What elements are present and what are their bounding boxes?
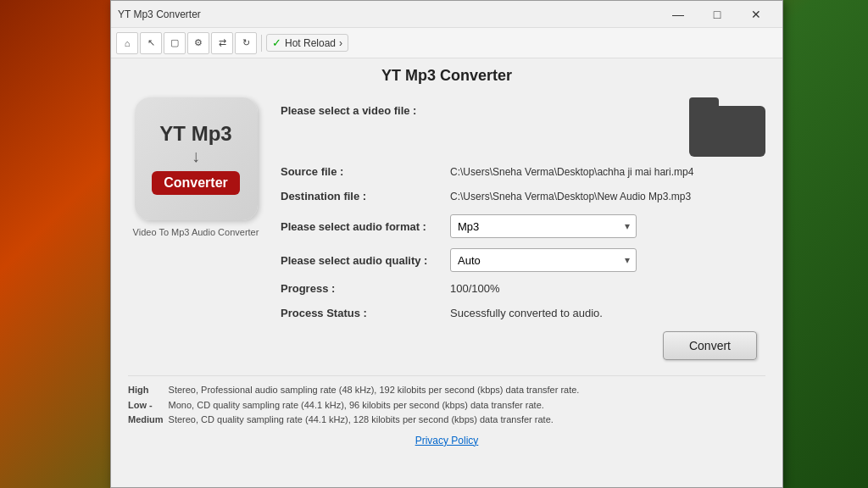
- audio-quality-select[interactable]: Auto High Medium Low: [450, 248, 637, 272]
- close-button[interactable]: ✕: [737, 1, 776, 28]
- convert-row: Convert: [281, 331, 765, 360]
- destination-value: C:\Users\Sneha Verma\Desktop\New Audio M…: [450, 191, 691, 202]
- footer-medium-row: Medium Stereo, CD quality sampling rate …: [128, 413, 584, 428]
- footer-medium-label: Medium: [128, 413, 169, 428]
- audio-format-dropdown[interactable]: Mp3 Mp4 AAC WAV OGG ▾: [450, 214, 637, 238]
- logo-arrow-icon: ↓: [192, 147, 200, 166]
- window-title: YT Mp3 Converter: [118, 8, 659, 20]
- logo-subtitle: Video To Mp3 Audio Converter: [133, 227, 259, 237]
- main-content: YT Mp3 Converter YT Mp3 ↓ Converter Vide…: [111, 58, 782, 487]
- folder-icon[interactable]: [689, 97, 765, 157]
- progress-row: Progress : 100/100%: [281, 282, 765, 295]
- destination-file-row: Destination file : C:\Users\Sneha Verma\…: [281, 190, 765, 202]
- footer-table: High Stereo, Professional audio sampling…: [128, 383, 584, 428]
- title-bar: YT Mp3 Converter — □ ✕: [111, 1, 782, 28]
- toolbar-separator: [261, 35, 262, 52]
- source-value: C:\Users\Sneha Verma\Desktop\achha ji ma…: [450, 166, 693, 178]
- progress-label: Progress :: [281, 282, 442, 295]
- folder-body: [689, 106, 765, 157]
- audio-quality-row: Please select audio quality : Auto High …: [281, 248, 765, 272]
- logo-yt-mp3-text: YT Mp3: [159, 123, 231, 145]
- progress-value: 100/100%: [450, 282, 500, 295]
- footer-low-label: Low -: [128, 398, 169, 413]
- maximize-button[interactable]: □: [698, 1, 737, 28]
- destination-label: Destination file :: [281, 190, 442, 202]
- toolbar-btn-2[interactable]: ↖: [140, 32, 162, 54]
- hot-reload-arrow: ›: [339, 37, 342, 49]
- source-file-row: Source file : C:\Users\Sneha Verma\Deskt…: [281, 165, 765, 178]
- main-area: YT Mp3 ↓ Converter Video To Mp3 Audio Co…: [128, 97, 765, 369]
- audio-format-row: Please select audio format : Mp3 Mp4 AAC…: [281, 214, 765, 238]
- privacy-policy-link[interactable]: Privacy Policy: [415, 435, 479, 446]
- main-window: YT Mp3 Converter — □ ✕ ⌂ ↖ ▢ ⚙ ⇄ ↻ ✓ Hot…: [110, 0, 783, 488]
- source-label: Source file :: [281, 165, 442, 178]
- privacy-policy-row: Privacy Policy: [128, 433, 765, 449]
- process-status-value: Sucessfully converted to audio.: [450, 307, 603, 319]
- logo-box: YT Mp3 ↓ Converter: [135, 97, 258, 220]
- audio-format-select[interactable]: Mp3 Mp4 AAC WAV OGG: [450, 214, 637, 238]
- footer-info: High Stereo, Professional audio sampling…: [128, 375, 765, 449]
- process-status-label: Process Status :: [281, 307, 442, 319]
- process-status-row: Process Status : Sucessfully converted t…: [281, 307, 765, 319]
- minimize-button[interactable]: —: [659, 1, 698, 28]
- audio-quality-dropdown[interactable]: Auto High Medium Low ▾: [450, 248, 637, 272]
- toolbar-btn-1[interactable]: ⌂: [116, 32, 138, 54]
- footer-low-row: Low - Mono, CD quality sampling rate (44…: [128, 398, 584, 413]
- app-title: YT Mp3 Converter: [128, 67, 765, 85]
- footer-medium-desc: Stereo, CD quality sampling rate (44.1 k…: [169, 413, 585, 428]
- toolbar-btn-6[interactable]: ↻: [235, 32, 257, 54]
- audio-quality-label: Please select audio quality :: [281, 254, 442, 267]
- audio-format-label: Please select audio format :: [281, 220, 442, 233]
- right-panel: Please select a video file : Source file…: [281, 97, 765, 369]
- left-panel: YT Mp3 ↓ Converter Video To Mp3 Audio Co…: [128, 97, 264, 369]
- toolbar-btn-5[interactable]: ⇄: [211, 32, 233, 54]
- toolbar: ⌂ ↖ ▢ ⚙ ⇄ ↻ ✓ Hot Reload ›: [111, 28, 782, 58]
- hot-reload-label: Hot Reload: [285, 37, 336, 49]
- hot-reload-check-icon: ✓: [272, 36, 281, 49]
- select-video-label: Please select a video file :: [281, 104, 416, 117]
- convert-button[interactable]: Convert: [663, 331, 757, 360]
- window-controls: — □ ✕: [659, 1, 776, 28]
- footer-high-label: High: [128, 383, 169, 398]
- footer-high-row: High Stereo, Professional audio sampling…: [128, 383, 584, 398]
- footer-low-desc: Mono, CD quality sampling rate (44.1 kHz…: [169, 398, 585, 413]
- toolbar-btn-4[interactable]: ⚙: [187, 32, 209, 54]
- logo-converter-label: Converter: [152, 171, 240, 195]
- footer-high-desc: Stereo, Professional audio sampling rate…: [169, 383, 585, 398]
- toolbar-btn-3[interactable]: ▢: [164, 32, 186, 54]
- hot-reload-badge: ✓ Hot Reload ›: [266, 34, 348, 52]
